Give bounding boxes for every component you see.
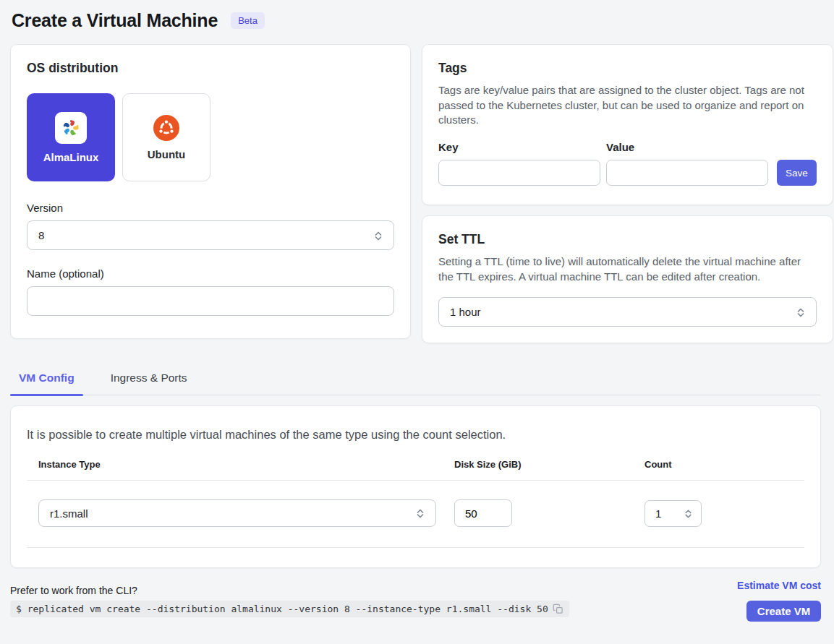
tab-vm-config[interactable]: VM Config [10, 363, 83, 395]
page-header: Create a Virtual Machine Beta [10, 7, 821, 44]
cli-section: Prefer to work from the CLI? $ replicate… [10, 585, 569, 622]
version-select[interactable]: 8 [27, 220, 394, 250]
top-grid: OS distribution [10, 44, 821, 343]
name-input[interactable] [27, 286, 394, 316]
os-tile-ubuntu[interactable]: Ubuntu [122, 93, 210, 181]
tag-key-label: Key [438, 141, 600, 153]
column-header-count: Count [644, 459, 793, 480]
version-label: Version [27, 202, 394, 214]
set-ttl-card: Set TTL Setting a TTL (time to live) wil… [422, 215, 833, 343]
ttl-select-value: 1 hour [450, 306, 481, 318]
actions-section: Estimate VM cost Create VM [737, 580, 821, 622]
column-header-instance-type: Instance Type [38, 459, 454, 480]
estimate-vm-cost-link[interactable]: Estimate VM cost [737, 580, 821, 591]
os-tiles: AlmaLinux [27, 93, 394, 181]
vm-config-note: It is possible to create multiple virtua… [27, 428, 804, 442]
chevron-updown-icon [414, 507, 427, 520]
count-stepper[interactable]: 1 [644, 500, 702, 527]
vm-table-header: Instance Type Disk Size (GiB) Count [27, 459, 804, 480]
instance-type-select-value: r1.small [50, 507, 88, 520]
os-distribution-title: OS distribution [27, 61, 394, 76]
create-vm-button[interactable]: Create VM [746, 601, 821, 622]
page-footer: Prefer to work from the CLI? $ replicate… [10, 580, 821, 622]
set-ttl-description: Setting a TTL (time to live) will automa… [438, 254, 817, 284]
cli-command: $ replicated vm create --distribution al… [16, 604, 548, 614]
tab-ingress-ports[interactable]: Ingress & Ports [102, 363, 196, 395]
almalinux-logo-icon [55, 112, 87, 144]
tags-description: Tags are key/value pairs that are assign… [438, 83, 817, 128]
column-header-disk-size: Disk Size (GiB) [454, 459, 644, 480]
vm-config-card: It is possible to create multiple virtua… [10, 405, 821, 568]
tag-key-field: Key [438, 141, 600, 186]
tab-bar: VM Config Ingress & Ports [10, 363, 821, 395]
tag-key-input[interactable] [438, 160, 600, 186]
copy-icon[interactable] [553, 604, 563, 614]
cli-command-pill: $ replicated vm create --distribution al… [10, 601, 569, 617]
table-row-divider [27, 547, 804, 548]
os-distribution-card: OS distribution [10, 44, 411, 339]
instance-type-select[interactable]: r1.small [38, 499, 436, 527]
tags-form: Key Value Save [438, 141, 817, 186]
beta-badge: Beta [231, 12, 265, 29]
os-tile-almalinux-label: AlmaLinux [43, 151, 99, 163]
cli-prompt: Prefer to work from the CLI? [10, 585, 569, 596]
os-tile-almalinux[interactable]: AlmaLinux [27, 93, 115, 181]
save-tag-button[interactable]: Save [777, 160, 817, 186]
disk-size-input[interactable] [454, 499, 512, 527]
name-label: Name (optional) [27, 267, 394, 280]
os-tile-ubuntu-label: Ubuntu [148, 148, 185, 160]
ubuntu-logo-icon [153, 115, 179, 141]
set-ttl-title: Set TTL [438, 232, 817, 247]
tag-value-label: Value [606, 141, 768, 153]
tag-value-input[interactable] [606, 160, 768, 186]
tag-value-field: Value [606, 141, 768, 186]
tags-title: Tags [438, 61, 817, 76]
version-select-value: 8 [38, 229, 44, 241]
create-vm-page: Create a Virtual Machine Beta OS distrib… [0, 0, 834, 622]
chevron-updown-icon [372, 229, 385, 242]
table-row: r1.small 1 [27, 481, 804, 547]
chevron-updown-icon [794, 306, 807, 319]
ttl-select[interactable]: 1 hour [438, 297, 817, 327]
page-title: Create a Virtual Machine [12, 10, 218, 31]
count-stepper-value: 1 [655, 507, 661, 520]
right-column: Tags Tags are key/value pairs that are a… [422, 44, 833, 343]
chevron-updown-icon [682, 507, 694, 520]
tags-card: Tags Tags are key/value pairs that are a… [422, 44, 833, 205]
